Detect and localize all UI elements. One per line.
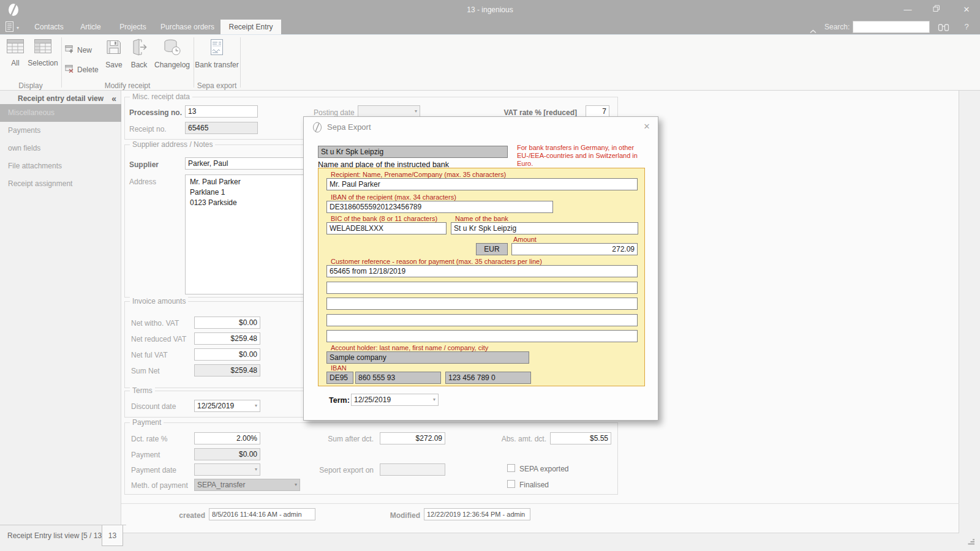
- minimize-icon: —: [904, 5, 912, 14]
- sum-after-dct-label: Sum after dct.: [318, 435, 374, 443]
- payment-date-combo[interactable]: ▾: [194, 463, 260, 476]
- sidebar-item-miscellaneous[interactable]: Miscellaneous: [0, 104, 121, 122]
- reference-line-4-input[interactable]: [326, 314, 638, 326]
- sepa-export-group-label: Sepa export: [194, 81, 240, 90]
- resize-grip[interactable]: [967, 537, 975, 548]
- dialog-title: Sepa Export: [327, 122, 371, 132]
- chevron-down-icon: ▾: [255, 467, 257, 472]
- recipient-input[interactable]: Mr. Paul Parker: [326, 178, 638, 190]
- active-record-tab[interactable]: 13: [102, 525, 123, 546]
- method-of-payment-combo[interactable]: SEPA_transfer ▾: [194, 479, 300, 491]
- new-button[interactable]: New: [65, 45, 92, 55]
- net-reduced-vat-input[interactable]: $259.48: [194, 332, 260, 345]
- delete-button[interactable]: Delete: [65, 64, 99, 75]
- instructed-bank-input[interactable]: St u Kr Spk Leipzig: [318, 146, 508, 158]
- help-icon[interactable]: ?: [960, 22, 973, 31]
- delete-button-label: Delete: [77, 66, 99, 74]
- bic-label: BIC of the bank (8 or 11 characters): [331, 215, 437, 222]
- restore-button[interactable]: [927, 0, 946, 18]
- discount-date-combo[interactable]: 12/25/2019 ▾: [194, 400, 260, 412]
- sum-net-input[interactable]: $259.48: [194, 364, 260, 377]
- bank-transfer-document-icon: [208, 38, 226, 58]
- sidebar-item-receipt-assignment[interactable]: Receipt assignment: [0, 175, 121, 193]
- reference-line-2-input[interactable]: [326, 282, 638, 294]
- recipient-iban-input[interactable]: DE31860555920123456789: [326, 201, 553, 213]
- sidebar-item-file-attachments[interactable]: File attachments: [0, 157, 121, 175]
- finalised-checkbox[interactable]: [507, 480, 515, 488]
- tab-receipt-entry[interactable]: Receipt Entry: [221, 20, 281, 34]
- bank-transfer-button[interactable]: Bank transfer: [195, 38, 239, 69]
- abs-amt-dct-input[interactable]: $5.55: [550, 432, 611, 444]
- dialog-close-button[interactable]: ✕: [639, 120, 655, 133]
- net-full-vat-label: Net ful VAT: [131, 351, 168, 359]
- back-button-label: Back: [131, 61, 148, 69]
- iban-part-1-input[interactable]: DE95: [326, 372, 353, 384]
- iban-part-3-input[interactable]: 123 456 789 0: [445, 372, 531, 384]
- sum-after-dct-input[interactable]: $272.09: [380, 432, 445, 444]
- method-of-payment-label: Meth. of payment: [131, 481, 188, 490]
- currency-button[interactable]: EUR: [476, 243, 508, 255]
- footer-divider: [121, 503, 959, 504]
- table-selection-icon: [34, 38, 52, 56]
- notice-line: EU-/EEA-countries and in Switzerland in …: [517, 152, 649, 168]
- minimize-button[interactable]: —: [899, 0, 917, 18]
- reference-line-1-input[interactable]: 65465 from 12/18/2019: [326, 265, 638, 277]
- table-all-icon: [6, 38, 24, 56]
- selection-button-label: Selection: [28, 59, 58, 67]
- reference-line-5-input[interactable]: [326, 330, 638, 342]
- sepa-export-dialog: Sepa Export ✕ St u Kr Spk Leipzig Name a…: [303, 116, 658, 421]
- all-button[interactable]: All: [4, 38, 27, 67]
- customer-reference-label: Customer reference - reason for payment …: [331, 258, 542, 265]
- ribbon: All Selection Display New Delete S: [0, 35, 980, 91]
- account-holder-input[interactable]: Sample company: [326, 351, 529, 364]
- tab-article[interactable]: Article: [72, 20, 109, 34]
- recipient-iban-label: IBAN of the recipient (max. 34 character…: [331, 193, 456, 201]
- changelog-button[interactable]: Changelog: [152, 38, 192, 69]
- seport-export-on-input[interactable]: [380, 463, 445, 476]
- dct-rate-input[interactable]: 2.00%: [194, 432, 260, 444]
- all-button-label: All: [11, 59, 19, 67]
- receipt-no-input[interactable]: 65465: [185, 122, 258, 134]
- save-button[interactable]: Save: [100, 38, 127, 69]
- net-full-vat-input[interactable]: $0.00: [194, 348, 260, 361]
- finalised-label: Finalised: [519, 481, 549, 489]
- report-menu-icon: [4, 21, 15, 35]
- sidebar-item-own-fields[interactable]: own fields: [0, 140, 121, 157]
- bic-input[interactable]: WELADE8LXXX: [326, 222, 447, 234]
- dct-rate-label: Dct. rate %: [131, 435, 167, 443]
- reference-line-3-input[interactable]: [326, 298, 638, 310]
- payment-legend: Payment: [130, 418, 164, 427]
- modify-receipt-group-label: Modify receipt: [61, 81, 194, 90]
- ribbon-separator: [194, 37, 194, 88]
- tab-purchase-orders[interactable]: Purchase orders: [156, 20, 219, 34]
- bank-name-label: Name of the bank: [455, 215, 508, 222]
- bank-name-input[interactable]: St u Kr Spk Leipzig: [451, 222, 638, 234]
- vat-rate-input[interactable]: 7: [586, 105, 609, 118]
- list-view-tab[interactable]: Receipt Entry list view [5 / 13]: [7, 531, 104, 540]
- tab-contacts[interactable]: Contacts: [29, 20, 69, 34]
- delete-record-icon: [65, 64, 74, 75]
- new-record-icon: [65, 45, 74, 56]
- term-value: 12/25/2019: [354, 395, 391, 404]
- sidebar-item-payments[interactable]: Payments: [0, 122, 121, 140]
- posting-date-combo[interactable]: ▾: [358, 105, 420, 118]
- close-button[interactable]: ✕: [956, 0, 978, 18]
- binoculars-search-icon[interactable]: [938, 23, 949, 34]
- collapse-sidebar-icon[interactable]: «: [111, 92, 116, 105]
- net-without-vat-input[interactable]: $0.00: [194, 317, 260, 329]
- term-combo[interactable]: 12/25/2019 ▾: [351, 394, 439, 406]
- invoice-amounts-legend: Invoice amounts: [130, 297, 188, 305]
- back-button[interactable]: Back: [126, 38, 152, 69]
- iban-part-2-input[interactable]: 860 555 93: [355, 372, 441, 384]
- application-menu-button[interactable]: ▾: [4, 21, 19, 35]
- selection-button[interactable]: Selection: [26, 38, 60, 67]
- sepa-exported-checkbox[interactable]: [507, 464, 515, 472]
- detail-view-sidebar: Receipt entry detail view « Miscellaneou…: [0, 91, 121, 525]
- terms-legend: Terms: [130, 386, 155, 395]
- processing-no-input[interactable]: 13: [185, 105, 258, 118]
- tab-projects[interactable]: Projects: [114, 20, 152, 34]
- amount-input[interactable]: 272.09: [511, 243, 638, 255]
- payment-input[interactable]: $0.00: [194, 448, 260, 460]
- close-icon: ✕: [963, 5, 970, 14]
- search-input[interactable]: [853, 21, 930, 33]
